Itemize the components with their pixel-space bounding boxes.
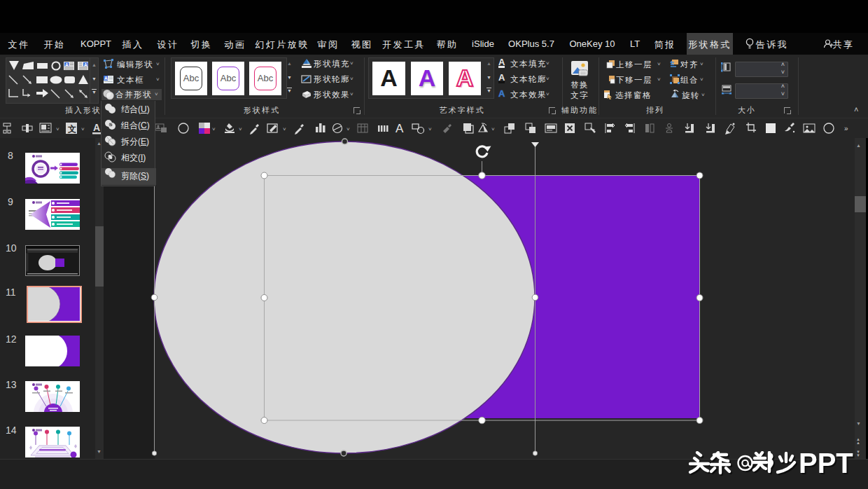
svg-text:˅: ˅ — [56, 126, 59, 132]
svg-text:A: A — [65, 62, 69, 67]
svg-text:A: A — [396, 122, 404, 135]
svg-text:»: » — [844, 125, 848, 132]
svg-text:˅: ˅ — [239, 126, 242, 132]
svg-text:˅: ˅ — [491, 126, 495, 132]
svg-text:˅: ˅ — [283, 126, 286, 132]
svg-text:A: A — [93, 122, 100, 133]
svg-text:˅: ˅ — [81, 126, 85, 132]
svg-text:˅: ˅ — [428, 126, 432, 132]
svg-text:文: 文 — [67, 124, 76, 134]
svg-text:PPT: PPT — [799, 451, 853, 478]
svg-text:˅: ˅ — [346, 126, 350, 132]
svg-text:A: A — [104, 76, 108, 81]
svg-text:A: A — [84, 62, 88, 67]
svg-text:˅: ˅ — [212, 126, 216, 132]
